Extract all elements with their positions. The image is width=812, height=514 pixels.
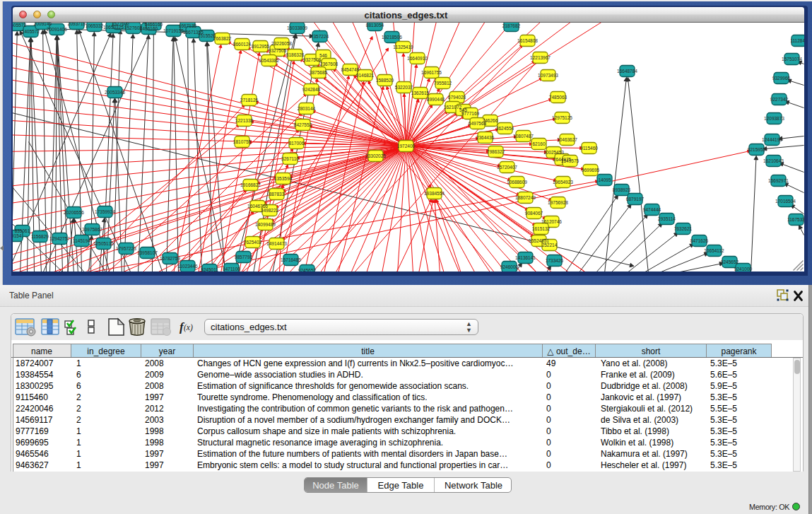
- svg-text:8471626: 8471626: [690, 238, 708, 243]
- svg-text:23302025: 23302025: [365, 153, 386, 158]
- svg-text:1810755: 1810755: [233, 139, 251, 144]
- svg-text:8660124: 8660124: [233, 42, 251, 47]
- svg-text:20091406: 20091406: [47, 27, 67, 32]
- svg-text:1112843: 1112843: [790, 38, 804, 43]
- svg-text:9327508: 9327508: [302, 57, 321, 62]
- svg-text:30975867: 30975867: [82, 227, 102, 232]
- svg-text:9242848: 9242848: [302, 87, 320, 92]
- svg-text:1145194: 1145194: [73, 238, 90, 243]
- svg-text:14099489: 14099489: [255, 222, 276, 227]
- svg-text:16210643: 16210643: [763, 158, 784, 163]
- svg-text:10688609: 10688609: [507, 180, 527, 185]
- svg-text:8427552: 8427552: [293, 122, 312, 127]
- svg-text:887833: 887833: [269, 192, 284, 197]
- svg-text:19166827: 19166827: [240, 182, 261, 187]
- svg-text:10025453: 10025453: [543, 150, 564, 155]
- svg-text:2187682: 2187682: [502, 23, 520, 28]
- svg-text:16033809: 16033809: [287, 25, 307, 30]
- svg-text:11325419: 11325419: [393, 45, 413, 49]
- svg-text:18807249: 18807249: [515, 195, 536, 200]
- svg-text:14914473: 14914473: [266, 241, 287, 246]
- svg-text:1733426: 1733426: [545, 258, 563, 263]
- svg-text:20053346: 20053346: [105, 90, 125, 95]
- svg-text:10654112: 10654112: [704, 248, 724, 253]
- svg-text:9327505: 9327505: [268, 48, 286, 53]
- svg-text:8813054: 8813054: [365, 23, 384, 28]
- svg-text:8990448: 8990448: [426, 97, 445, 102]
- svg-text:7485063: 7485063: [548, 95, 567, 100]
- svg-text:16648784: 16648784: [617, 69, 637, 74]
- svg-text:20206556: 20206556: [64, 210, 84, 215]
- svg-text:1615132: 1615132: [531, 226, 550, 231]
- svg-text:3875685: 3875685: [309, 70, 327, 75]
- svg-text:1549575: 1549575: [560, 158, 579, 163]
- svg-text:3267110: 3267110: [281, 156, 299, 161]
- svg-text:9227342: 9227342: [770, 97, 788, 102]
- svg-text:3498222: 3498222: [260, 208, 278, 213]
- svg-text:9241000: 9241000: [734, 267, 752, 271]
- svg-text:8912955: 8912955: [251, 44, 269, 49]
- svg-text:17016504: 17016504: [775, 199, 796, 204]
- svg-text:2718126: 2718126: [240, 98, 258, 103]
- svg-text:9115460: 9115460: [580, 146, 598, 151]
- svg-text:15751074: 15751074: [782, 57, 802, 62]
- svg-text:7357224: 7357224: [310, 34, 329, 39]
- svg-text:1405572: 1405572: [13, 23, 27, 28]
- svg-text:17957223: 17957223: [116, 246, 136, 251]
- svg-text:16154808: 16154808: [517, 38, 538, 43]
- svg-text:546: 546: [319, 53, 327, 58]
- svg-text:1353594: 1353594: [273, 176, 292, 181]
- svg-text:14095: 14095: [598, 177, 611, 182]
- svg-text:6466160: 6466160: [144, 23, 163, 27]
- svg-text:9245011: 9245011: [201, 267, 218, 271]
- svg-text:12505135: 12505135: [93, 241, 114, 246]
- svg-text:7955812: 7955812: [433, 81, 452, 86]
- svg-text:(x): (x): [184, 323, 193, 332]
- svg-text:39154: 39154: [13, 233, 22, 238]
- svg-text:13958107: 13958107: [137, 250, 158, 255]
- svg-text:8938923: 8938923: [612, 187, 630, 192]
- svg-text:1156829: 1156829: [31, 234, 49, 239]
- svg-text:12444190: 12444190: [762, 137, 782, 142]
- svg-text:1167533: 1167533: [787, 217, 804, 222]
- svg-text:2009140: 2009140: [33, 23, 52, 26]
- svg-text:1667135: 1667135: [178, 23, 196, 28]
- svg-text:10973493: 10973493: [538, 73, 558, 78]
- svg-text:2935114: 2935114: [658, 216, 676, 221]
- svg-text:1362615: 1362615: [411, 90, 429, 95]
- svg-text:8186328: 8186328: [286, 52, 304, 57]
- svg-text:9246000: 9246000: [500, 264, 518, 269]
- svg-text:6466160: 6466160: [139, 26, 158, 31]
- svg-text:9699695: 9699695: [581, 168, 599, 173]
- svg-text:16961755: 16961755: [421, 70, 442, 75]
- svg-text:8215955: 8215955: [747, 147, 765, 152]
- svg-text:1221338: 1221338: [235, 118, 253, 123]
- svg-text:3624554: 3624554: [495, 126, 514, 131]
- svg-text:252214: 252214: [541, 243, 557, 247]
- svg-text:15716485: 15716485: [281, 257, 301, 262]
- svg-text:2364436: 2364436: [476, 135, 494, 140]
- svg-text:2367608: 2367608: [319, 62, 338, 66]
- svg-text:9084067: 9084067: [524, 211, 543, 216]
- svg-text:17359924: 17359924: [95, 209, 115, 214]
- svg-text:1405572: 1405572: [21, 29, 40, 34]
- svg-text:7986322: 7986322: [486, 149, 505, 154]
- svg-text:14136141: 14136141: [515, 255, 536, 260]
- svg-text:8454749: 8454749: [341, 67, 359, 72]
- svg-text:16120746: 16120746: [541, 219, 562, 224]
- svg-text:1588520: 1588520: [375, 78, 394, 83]
- svg-text:7632621: 7632621: [673, 226, 692, 231]
- svg-text:12975125: 12975125: [552, 115, 572, 120]
- svg-text:12213967: 12213967: [530, 55, 551, 60]
- svg-text:6879197: 6879197: [625, 197, 644, 201]
- svg-text:9777169: 9777169: [461, 111, 479, 116]
- svg-text:10719155: 10719155: [163, 28, 184, 33]
- svg-text:7625402: 7625402: [243, 240, 261, 245]
- svg-text:9329966: 9329966: [772, 76, 790, 81]
- svg-text:817006: 817006: [288, 141, 304, 146]
- svg-text:2093719: 2093719: [67, 23, 86, 26]
- svg-text:9474444: 9474444: [642, 207, 661, 212]
- svg-text:9245652: 9245652: [298, 268, 316, 271]
- svg-text:16782759: 16782759: [160, 256, 180, 261]
- svg-text:10463627: 10463627: [557, 137, 577, 142]
